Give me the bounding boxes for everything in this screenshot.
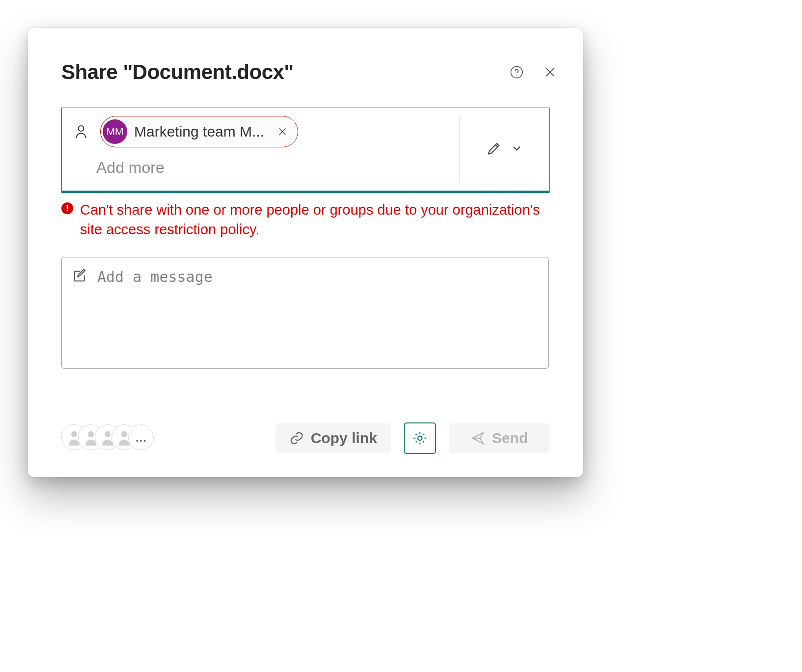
send-icon xyxy=(470,431,485,446)
header-actions xyxy=(508,64,558,81)
recipient-row: MM Marketing team M... xyxy=(71,116,454,147)
svg-point-6 xyxy=(121,431,127,437)
message-input[interactable] xyxy=(96,267,537,359)
send-label: Send xyxy=(492,430,528,447)
error-icon: ! xyxy=(61,202,73,214)
copy-link-label: Copy link xyxy=(311,430,377,447)
pencil-icon xyxy=(486,140,502,159)
shared-with-avatars[interactable]: ... xyxy=(61,424,160,452)
help-button[interactable] xyxy=(508,64,525,81)
svg-point-5 xyxy=(105,431,111,437)
recipient-chip[interactable]: MM Marketing team M... xyxy=(100,116,298,147)
recipient-avatar: MM xyxy=(103,119,127,144)
dialog-title: Share "Document.docx" xyxy=(61,60,294,84)
send-button[interactable]: Send xyxy=(449,423,550,453)
gear-icon xyxy=(412,430,428,446)
error-message: ! Can't share with one or more people or… xyxy=(61,200,549,239)
svg-point-3 xyxy=(71,431,77,437)
person-icon xyxy=(71,124,91,140)
permission-selector[interactable] xyxy=(459,116,549,183)
error-text: Can't share with one or more people or g… xyxy=(80,200,549,239)
svg-point-7 xyxy=(417,436,422,441)
message-field[interactable] xyxy=(61,257,549,369)
close-button[interactable] xyxy=(542,64,558,81)
copy-link-button[interactable]: Copy link xyxy=(276,423,391,453)
compose-icon xyxy=(73,269,87,359)
dialog-header: Share "Document.docx" xyxy=(61,57,558,87)
recipients-main: MM Marketing team M... xyxy=(62,108,459,191)
svg-point-0 xyxy=(511,66,522,78)
footer-actions: Copy link Send xyxy=(276,422,550,454)
svg-point-2 xyxy=(79,126,84,131)
add-recipient-input[interactable] xyxy=(95,158,343,177)
help-icon xyxy=(510,65,524,79)
link-icon xyxy=(289,431,304,446)
remove-icon xyxy=(277,126,288,137)
svg-point-4 xyxy=(88,431,94,437)
chevron-down-icon xyxy=(510,142,523,157)
link-settings-button[interactable] xyxy=(404,422,436,454)
more-label: ... xyxy=(135,433,146,442)
close-icon xyxy=(543,65,557,79)
recipient-chip-remove[interactable] xyxy=(276,125,289,138)
svg-point-1 xyxy=(516,75,517,76)
recipient-chip-label: Marketing team M... xyxy=(134,123,264,140)
dialog-footer: ... Copy link xyxy=(61,419,550,457)
recipients-field[interactable]: MM Marketing team M... xyxy=(61,108,550,193)
more-avatars-button[interactable]: ... xyxy=(128,424,154,450)
share-dialog: Share "Document.docx" xyxy=(28,28,583,477)
